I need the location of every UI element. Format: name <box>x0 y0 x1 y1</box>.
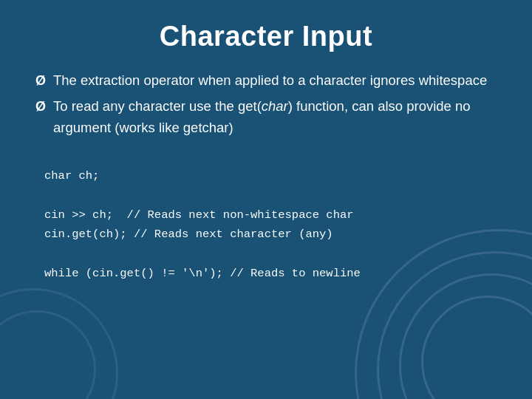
code-line-4: cin.get(ch); // Reads next character (an… <box>44 225 497 244</box>
code-line-2 <box>44 186 497 205</box>
code-line-1: char ch; <box>44 166 497 185</box>
code-line-5 <box>44 245 497 264</box>
bullet-text-1: The extraction operator when applied to … <box>53 70 497 92</box>
slide-container: Character Input Ø The extraction operato… <box>0 0 532 399</box>
bullet-item-2: Ø To read any character use the get(char… <box>35 96 497 138</box>
bullet-item-1: Ø The extraction operator when applied t… <box>35 70 497 92</box>
bullet-arrow-2: Ø <box>35 97 46 117</box>
slide-title: Character Input <box>35 21 497 52</box>
bullet2-italic: char <box>262 98 288 114</box>
bullets-section: Ø The extraction operator when applied t… <box>35 70 497 143</box>
bullet-text-2: To read any character use the get(char) … <box>53 96 497 138</box>
bullet2-text-before: To read any character use the get( <box>53 98 262 114</box>
code-line-6: while (cin.get() != '\n'); // Reads to n… <box>44 264 497 283</box>
code-line-3: cin >> ch; // Reads next non-whitespace … <box>44 205 497 225</box>
bullet-arrow-1: Ø <box>35 71 46 92</box>
code-block: char ch; cin >> ch; // Reads next non-wh… <box>35 162 497 287</box>
